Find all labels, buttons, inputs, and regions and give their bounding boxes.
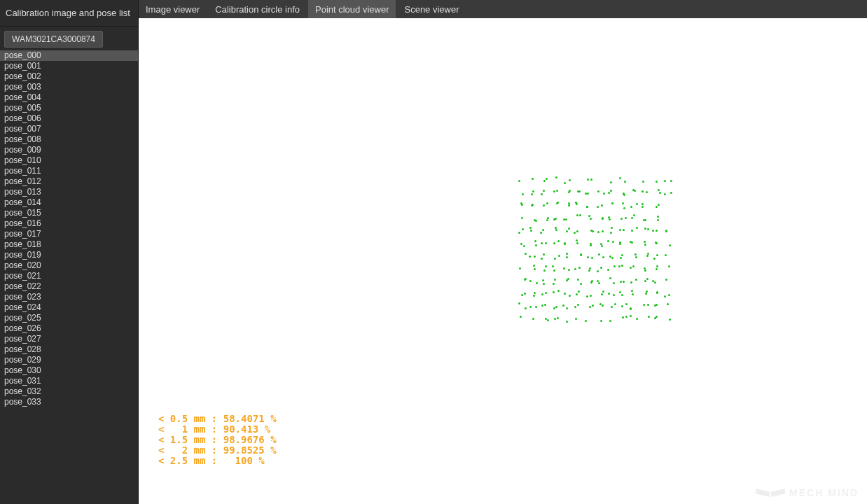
pose-item[interactable]: pose_025 <box>0 313 138 323</box>
logo-icon <box>756 489 785 497</box>
pose-item[interactable]: pose_021 <box>0 271 138 281</box>
logo-text: MECH MIND <box>789 487 859 498</box>
point-cloud-viewer[interactable]: < 0.5 mm : 58.4071 %< 1 mm : 90.413 %< 1… <box>139 18 867 504</box>
tab-scene-viewer[interactable]: Scene viewer <box>397 0 466 18</box>
pose-item[interactable]: pose_022 <box>0 281 138 292</box>
pose-item[interactable]: pose_026 <box>0 323 138 334</box>
pose-item[interactable]: pose_027 <box>0 334 138 344</box>
pose-item[interactable]: pose_024 <box>0 302 138 313</box>
pose-item[interactable]: pose_023 <box>0 292 138 302</box>
pose-item[interactable]: pose_030 <box>0 365 138 376</box>
accuracy-stats: < 0.5 mm : 58.4071 %< 1 mm : 90.413 %< 1… <box>158 414 277 466</box>
pose-item[interactable]: pose_016 <box>0 218 138 229</box>
pose-item[interactable]: pose_032 <box>0 386 138 397</box>
pose-item[interactable]: pose_007 <box>0 124 138 134</box>
pose-item[interactable]: pose_012 <box>0 176 138 187</box>
pose-item[interactable]: pose_003 <box>0 82 138 92</box>
stat-line: < 2.5 mm : 100 % <box>158 456 277 466</box>
pose-item[interactable]: pose_008 <box>0 134 138 145</box>
pose-item[interactable]: pose_002 <box>0 71 138 82</box>
pose-item[interactable]: pose_006 <box>0 113 138 124</box>
stat-line: < 2 mm : 99.8525 % <box>158 445 277 456</box>
pose-item[interactable]: pose_013 <box>0 187 138 197</box>
stat-line: < 1.5 mm : 98.9676 % <box>158 435 277 445</box>
pose-item[interactable]: pose_005 <box>0 103 138 113</box>
pose-item[interactable]: pose_017 <box>0 229 138 239</box>
pose-item[interactable]: pose_009 <box>0 145 138 155</box>
stat-line: < 1 mm : 90.413 % <box>158 424 277 435</box>
pose-item[interactable]: pose_031 <box>0 376 138 386</box>
pose-item[interactable]: pose_020 <box>0 260 138 271</box>
app-root: Calibration image and pose list WAM3021C… <box>0 0 867 504</box>
tab-bar: Image viewerCalibration circle infoPoint… <box>139 0 867 18</box>
stat-line: < 0.5 mm : 58.4071 % <box>158 414 277 424</box>
pose-item[interactable]: pose_033 <box>0 397 138 407</box>
left-panel-title: Calibration image and pose list <box>0 0 138 27</box>
pose-item[interactable]: pose_015 <box>0 208 138 218</box>
pose-item[interactable]: pose_028 <box>0 344 138 355</box>
pose-item[interactable]: pose_018 <box>0 239 138 250</box>
device-tab-row: WAM3021CA3000874 <box>0 27 138 48</box>
tab-point-cloud-viewer[interactable]: Point cloud viewer <box>308 0 396 18</box>
pose-item[interactable]: pose_004 <box>0 92 138 103</box>
left-panel: Calibration image and pose list WAM3021C… <box>0 0 139 504</box>
pose-item[interactable]: pose_014 <box>0 197 138 208</box>
pose-list[interactable]: pose_000pose_001pose_002pose_003pose_004… <box>0 50 138 504</box>
pose-item[interactable]: pose_000 <box>0 50 138 61</box>
main-area: Image viewerCalibration circle infoPoint… <box>139 0 867 504</box>
tab-image-viewer[interactable]: Image viewer <box>139 0 207 18</box>
tab-calibration-circle-info[interactable]: Calibration circle info <box>208 0 307 18</box>
pose-item[interactable]: pose_029 <box>0 355 138 365</box>
pose-item[interactable]: pose_011 <box>0 166 138 176</box>
watermark-logo: MECH MIND <box>756 487 859 498</box>
pose-item[interactable]: pose_010 <box>0 155 138 166</box>
device-tab[interactable]: WAM3021CA3000874 <box>4 31 103 48</box>
pose-item[interactable]: pose_001 <box>0 61 138 71</box>
pose-item[interactable]: pose_019 <box>0 250 138 260</box>
